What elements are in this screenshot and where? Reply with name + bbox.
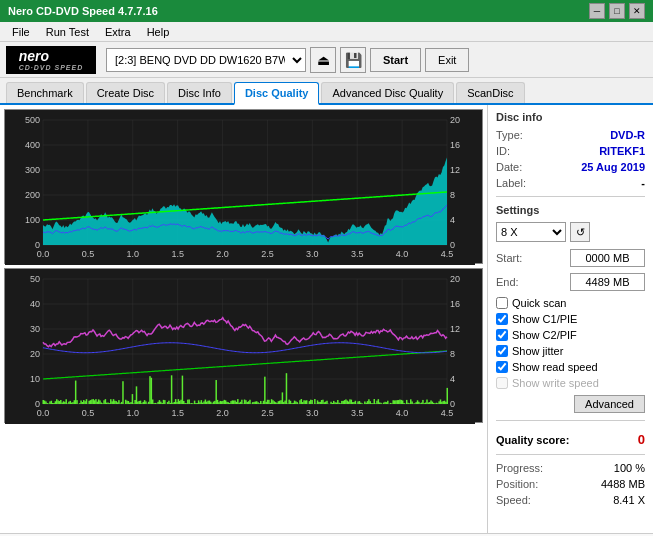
position-value: 4488 MB	[601, 478, 645, 490]
refresh-icon[interactable]: ↺	[570, 222, 590, 242]
menu-bar: File Run Test Extra Help	[0, 22, 653, 42]
quick-scan-label: Quick scan	[512, 297, 566, 309]
menu-runtest[interactable]: Run Test	[38, 24, 97, 40]
disc-id-label: ID:	[496, 145, 510, 157]
disc-date-value: 25 Aug 2019	[581, 161, 645, 173]
disc-label-label: Label:	[496, 177, 526, 189]
toolbar: nero CD·DVD SPEED [2:3] BENQ DVD DD DW16…	[0, 42, 653, 78]
exit-button[interactable]: Exit	[425, 48, 469, 72]
show-c2pif-checkbox[interactable]	[496, 329, 508, 341]
show-write-speed-row: Show write speed	[496, 377, 645, 389]
quick-scan-checkbox[interactable]	[496, 297, 508, 309]
show-c1pie-row: Show C1/PIE	[496, 313, 645, 325]
speed-label: Speed:	[496, 494, 531, 506]
quality-score-label: Quality score:	[496, 434, 569, 446]
chart2-container	[4, 268, 483, 423]
tab-disc-info[interactable]: Disc Info	[167, 82, 232, 103]
show-c1pie-checkbox[interactable]	[496, 313, 508, 325]
disc-type-value: DVD-R	[610, 129, 645, 141]
show-write-speed-checkbox[interactable]	[496, 377, 508, 389]
app-title: Nero CD-DVD Speed 4.7.7.16	[8, 5, 158, 17]
chart1-container	[4, 109, 483, 264]
save-icon-btn[interactable]: 💾	[340, 47, 366, 73]
end-label: End:	[496, 276, 519, 288]
show-jitter-checkbox[interactable]	[496, 345, 508, 357]
speed-select[interactable]: 8 X 4 X 12 X 16 X Max	[496, 222, 566, 242]
start-label: Start:	[496, 252, 522, 264]
show-read-speed-label: Show read speed	[512, 361, 598, 373]
disc-type-row: Type: DVD-R	[496, 129, 645, 141]
maximize-button[interactable]: □	[609, 3, 625, 19]
tab-scandisc[interactable]: ScanDisc	[456, 82, 524, 103]
disc-label-value: -	[641, 177, 645, 189]
disc-info-label: Disc info	[496, 111, 645, 123]
quality-score-value: 0	[638, 432, 645, 447]
advanced-button[interactable]: Advanced	[574, 395, 645, 413]
disc-date-row: Date: 25 Aug 2019	[496, 161, 645, 173]
menu-file[interactable]: File	[4, 24, 38, 40]
window-controls: ─ □ ✕	[589, 3, 645, 19]
show-read-speed-checkbox[interactable]	[496, 361, 508, 373]
speed-value: 8.41 X	[613, 494, 645, 506]
close-button[interactable]: ✕	[629, 3, 645, 19]
chart2-canvas	[5, 269, 475, 424]
main-content: Disc info Type: DVD-R ID: RITEKF1 Date: …	[0, 105, 653, 533]
end-row: End:	[496, 273, 645, 291]
show-read-speed-row: Show read speed	[496, 361, 645, 373]
tabs-bar: Benchmark Create Disc Disc Info Disc Qua…	[0, 78, 653, 105]
show-jitter-label: Show jitter	[512, 345, 563, 357]
tab-disc-quality[interactable]: Disc Quality	[234, 82, 320, 105]
end-input[interactable]	[570, 273, 645, 291]
nero-logo: nero CD·DVD SPEED	[6, 46, 96, 74]
drive-select[interactable]: [2:3] BENQ DVD DD DW1620 B7W9	[106, 48, 306, 72]
separator-1	[496, 196, 645, 197]
separator-2	[496, 420, 645, 421]
speed-row: 8 X 4 X 12 X 16 X Max ↺	[496, 222, 645, 242]
chart1-canvas	[5, 110, 475, 265]
stats-panel: Disc info Type: DVD-R ID: RITEKF1 Date: …	[488, 105, 653, 533]
progress-value: 100 %	[614, 462, 645, 474]
tab-benchmark[interactable]: Benchmark	[6, 82, 84, 103]
show-c2pif-row: Show C2/PIF	[496, 329, 645, 341]
disc-id-row: ID: RITEKF1	[496, 145, 645, 157]
minimize-button[interactable]: ─	[589, 3, 605, 19]
show-c2pif-label: Show C2/PIF	[512, 329, 577, 341]
show-jitter-row: Show jitter	[496, 345, 645, 357]
start-input[interactable]	[570, 249, 645, 267]
speed-row-2: Speed: 8.41 X	[496, 494, 645, 506]
charts-area	[0, 105, 488, 533]
quick-scan-row: Quick scan	[496, 297, 645, 309]
disc-label-row: Label: -	[496, 177, 645, 189]
start-button[interactable]: Start	[370, 48, 421, 72]
settings-label: Settings	[496, 204, 645, 216]
quality-score-row: Quality score: 0	[496, 432, 645, 447]
tab-create-disc[interactable]: Create Disc	[86, 82, 165, 103]
show-write-speed-label: Show write speed	[512, 377, 599, 389]
disc-type-label: Type:	[496, 129, 523, 141]
tab-advanced-disc-quality[interactable]: Advanced Disc Quality	[321, 82, 454, 103]
disc-date-label: Date:	[496, 161, 522, 173]
disc-id-value: RITEKF1	[599, 145, 645, 157]
start-row: Start:	[496, 249, 645, 267]
separator-3	[496, 454, 645, 455]
eject-icon-btn[interactable]: ⏏	[310, 47, 336, 73]
progress-row: Progress: 100 %	[496, 462, 645, 474]
position-label: Position:	[496, 478, 538, 490]
title-bar: Nero CD-DVD Speed 4.7.7.16 ─ □ ✕	[0, 0, 653, 22]
progress-label: Progress:	[496, 462, 543, 474]
menu-help[interactable]: Help	[139, 24, 178, 40]
menu-extra[interactable]: Extra	[97, 24, 139, 40]
show-c1pie-label: Show C1/PIE	[512, 313, 577, 325]
position-row: Position: 4488 MB	[496, 478, 645, 490]
